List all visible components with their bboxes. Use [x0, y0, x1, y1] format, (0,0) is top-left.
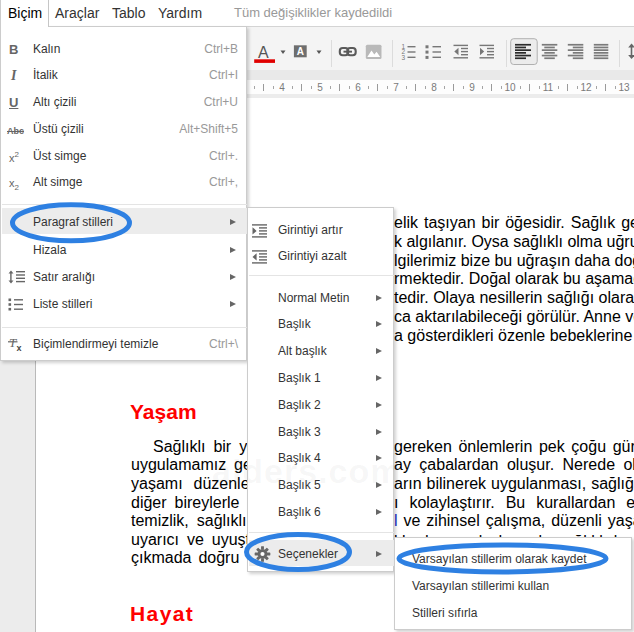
svg-text:A: A — [297, 46, 304, 57]
svg-text:3: 3 — [402, 54, 406, 61]
svg-text:x: x — [17, 342, 22, 352]
svg-text:A: A — [258, 44, 269, 61]
